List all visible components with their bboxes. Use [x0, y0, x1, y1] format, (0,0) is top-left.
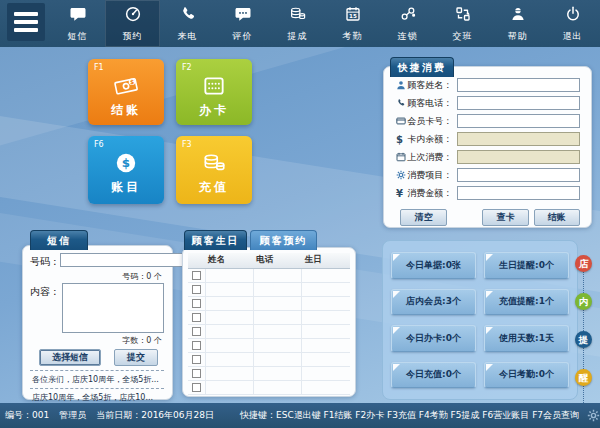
row-checkbox[interactable]: [192, 327, 201, 336]
table-cell: [188, 282, 205, 296]
customer-name-input[interactable]: [457, 78, 580, 92]
table-row: [188, 324, 350, 338]
card-icon: [182, 73, 246, 99]
sms-content-textarea[interactable]: [62, 283, 164, 333]
row-checkbox[interactable]: [192, 299, 201, 308]
sms-icon: [69, 5, 87, 27]
customer-table-body: 姓名 电话 生日: [182, 247, 356, 397]
customer-phone-input[interactable]: [457, 96, 580, 110]
tile-recharge-f3[interactable]: F3 充值: [176, 136, 252, 204]
table-row: [188, 296, 350, 310]
toolbar-label: 评价: [233, 30, 253, 43]
toolbar-item-shift[interactable]: 交班: [435, 0, 490, 47]
last-consume-field: [457, 150, 580, 164]
toolbar-item-sms[interactable]: 短信: [50, 0, 105, 47]
sms-template-item[interactable]: 店庆10周年，全场5折，店庆10...: [30, 388, 164, 403]
table-cell: [253, 310, 301, 324]
table-row: [188, 366, 350, 380]
stat-days-used[interactable]: 使用天数:1天: [484, 325, 569, 352]
toolbar-label: 连锁: [398, 30, 418, 43]
toolbar-item-incoming-call[interactable]: 来电: [160, 0, 215, 47]
toolbar-item-chain[interactable]: 连锁: [380, 0, 435, 47]
attendance-calendar-icon: 15: [344, 5, 362, 27]
stat-today-receipts[interactable]: 今日单据:0张: [391, 252, 476, 279]
sms-content-label: 内容：: [30, 283, 62, 299]
field-label: 顾客姓名：: [407, 79, 457, 92]
table-cell: [253, 296, 301, 310]
toolbar-item-review[interactable]: 评价: [215, 0, 270, 47]
row-checkbox[interactable]: [192, 383, 201, 392]
choose-sms-button[interactable]: 选择短信: [39, 349, 101, 366]
toolbar-item-commission[interactable]: 提成: [270, 0, 325, 47]
consume-item-input[interactable]: [457, 168, 580, 182]
sms-template-item[interactable]: 各位亲们，店庆10周年，全场5折...: [30, 370, 164, 388]
row-checkbox[interactable]: [192, 341, 201, 350]
tab-customer-birthday[interactable]: 顾客生日: [184, 230, 247, 250]
appointment-icon: [124, 5, 142, 27]
table-cell: [205, 282, 253, 296]
sms-tab[interactable]: 短信: [30, 230, 88, 250]
submit-sms-button[interactable]: 提交: [114, 349, 158, 366]
table-row: [188, 380, 350, 394]
stat-today-cards[interactable]: 今日办卡:0个: [391, 325, 476, 352]
field-consume-amount: ¥ 消费金额：: [396, 186, 580, 200]
tile-label: 账目: [94, 179, 158, 196]
stat-store-members[interactable]: 店内会员:3个: [391, 289, 476, 316]
field-label: 上次消费：: [407, 151, 457, 164]
tile-checkout-f1[interactable]: F1 $ 结账: [88, 59, 164, 125]
consume-amount-input[interactable]: [457, 186, 580, 200]
stat-birthday-reminder[interactable]: 生日提醒:0个: [484, 252, 569, 279]
table-row: [188, 268, 350, 282]
sms-char-count: 字数：0 个: [30, 335, 162, 346]
toolbar-item-help[interactable]: 帮助: [490, 0, 545, 47]
table-cell: [253, 268, 301, 282]
row-checkbox[interactable]: [192, 285, 201, 294]
tab-customer-appointment[interactable]: 顾客预约: [250, 230, 317, 250]
quick-consume-tab[interactable]: 快捷消费: [390, 57, 454, 77]
sms-number-input[interactable]: [60, 253, 183, 267]
toolbar-label: 帮助: [508, 30, 528, 43]
stat-today-attendance[interactable]: 今日考勤:0个: [484, 362, 569, 389]
tile-accounts-f6[interactable]: F6 $ 账目: [88, 136, 164, 204]
table-cell: [188, 296, 205, 310]
row-checkbox[interactable]: [192, 313, 201, 322]
row-checkbox[interactable]: [192, 369, 201, 378]
stat-today-recharge[interactable]: 今日充值:0个: [391, 362, 476, 389]
operator-role: 管理员: [59, 409, 86, 422]
member-card-input[interactable]: [457, 114, 580, 128]
tile-make-card-f2[interactable]: F2 办卡: [176, 59, 252, 125]
table-cell: [302, 296, 350, 310]
stat-recharge-reminder[interactable]: 充值提醒:1个: [484, 289, 569, 316]
header-name: 姓名: [205, 253, 253, 268]
customer-table: 姓名 电话 生日: [188, 253, 350, 395]
tile-label: 结账: [94, 102, 158, 119]
table-cell: [302, 268, 350, 282]
settings-gear-icon[interactable]: [587, 409, 600, 422]
table-cell: [188, 380, 205, 394]
toolbar-item-exit[interactable]: 退出: [545, 0, 600, 47]
toolbar-label: 预约: [123, 30, 143, 43]
field-label: 会员卡号：: [407, 115, 457, 128]
quick-consume-body: 顾客姓名： 顾客电话： 会员卡号： $ 卡内余额：: [383, 66, 592, 228]
hamburger-menu-button[interactable]: [7, 3, 45, 41]
row-checkbox[interactable]: [192, 271, 201, 280]
header-birthday: 生日: [302, 253, 350, 268]
field-label: 消费项目：: [407, 169, 457, 182]
toolbar-item-appointment[interactable]: 预约: [105, 0, 160, 47]
statusbar-right: 云备份: [587, 408, 600, 424]
toolbar-items: 短信 预约 来电 评价 提成 15 考勤: [50, 0, 600, 47]
calendar-icon: [396, 152, 407, 162]
clear-button[interactable]: 清空: [400, 209, 447, 226]
checkout-button[interactable]: 结账: [534, 209, 580, 226]
row-checkbox[interactable]: [192, 355, 201, 364]
toolbar-label: 来电: [178, 30, 198, 43]
sms-number-count: 号码：0 个: [30, 271, 162, 282]
table-cell: [253, 380, 301, 394]
toolbar-item-attendance[interactable]: 15 考勤: [325, 0, 380, 47]
chain-icon: [399, 5, 417, 27]
table-cell: [205, 338, 253, 352]
desktop-area: F1 $ 结账 F2 办卡 F6 $ 账目 F3 充值 快捷消费 顾客姓名：: [0, 47, 600, 403]
table-cell: [188, 352, 205, 366]
table-cell: [302, 352, 350, 366]
check-card-button[interactable]: 查卡: [482, 209, 528, 226]
